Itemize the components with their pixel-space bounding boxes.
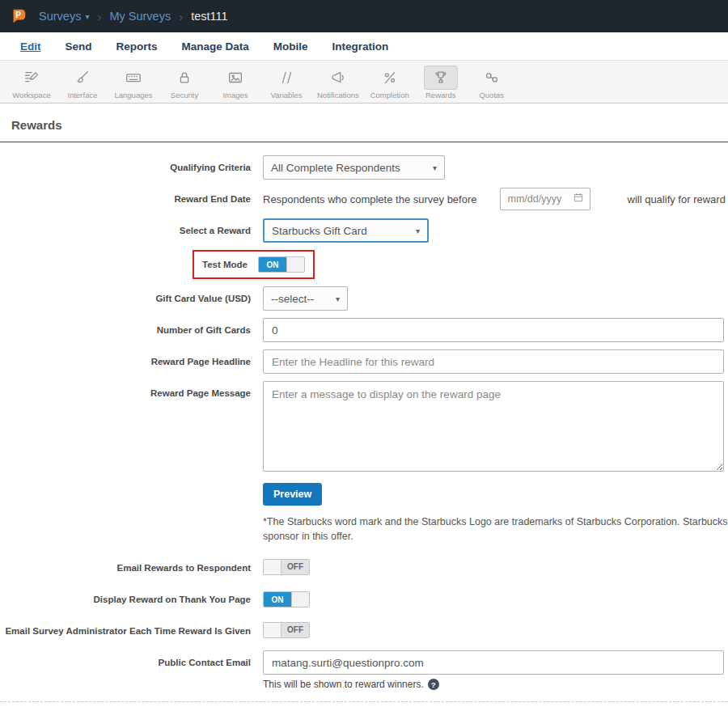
reward-end-date-label: Reward End Date (0, 194, 263, 204)
topbar: P Surveys ▾ › My Surveys › test111 (0, 0, 728, 32)
display-reward-label: Display Reward on Thank You Page (0, 595, 263, 604)
breadcrumb-separator-icon: › (97, 10, 101, 23)
tab-send[interactable]: Send (66, 40, 92, 53)
calendar-icon[interactable] (573, 192, 584, 206)
toggle-knob (286, 257, 304, 272)
breadcrumb-surveys-label: Surveys (39, 10, 81, 23)
interface-icon (66, 66, 99, 90)
gift-card-value-select[interactable]: --select-- ▾ (263, 286, 348, 311)
select-reward-label: Select a Reward (0, 226, 263, 235)
test-mode-label: Test Mode (202, 260, 248, 269)
email-admin-toggle[interactable]: OFF (263, 622, 310, 638)
chevron-down-icon: ▾ (433, 163, 437, 172)
reward-page-message-label: Reward Page Message (0, 381, 263, 398)
qualifying-criteria-value: All Complete Respondents (271, 162, 400, 174)
public-contact-email-input[interactable] (263, 650, 724, 675)
preview-button[interactable]: Preview (263, 483, 322, 506)
edit-toolbar: Workspace Interface Languages Security I… (0, 61, 728, 104)
gift-card-value-label: Gift Card Value (USD) (0, 294, 263, 303)
toolbar-item-notifications[interactable]: Notifications (317, 66, 359, 99)
toggle-off-label: OFF (281, 560, 309, 574)
email-rewards-toggle[interactable]: OFF (263, 559, 310, 575)
reward-page-headline-input[interactable] (263, 349, 724, 374)
contact-email-helper-text: This will be shown to reward winners. (263, 679, 424, 690)
toolbar-item-workspace[interactable]: Workspace (11, 66, 52, 99)
questionpro-logo-icon: P (10, 7, 28, 25)
reward-page-message-textarea[interactable] (263, 381, 724, 472)
breadcrumb-separator-icon: › (179, 10, 183, 23)
tab-mobile[interactable]: Mobile (273, 40, 308, 53)
reward-end-date-input[interactable] (506, 193, 566, 205)
security-lock-icon (167, 66, 201, 90)
test-mode-toggle[interactable]: ON (258, 256, 305, 273)
toggle-on-label: ON (259, 257, 286, 272)
display-reward-toggle[interactable]: ON (263, 591, 310, 608)
completion-percent-icon (373, 66, 407, 90)
questionpro-logo[interactable]: P (10, 7, 28, 25)
toolbar-item-variables[interactable]: Variables (266, 66, 307, 99)
reward-page-headline-label: Reward Page Headline (0, 357, 263, 366)
toggle-knob (264, 560, 281, 574)
tab-edit[interactable]: Edit (20, 40, 41, 53)
starbucks-disclaimer: *The Starbucks word mark and the Starbuc… (263, 515, 728, 544)
images-icon (218, 66, 252, 90)
email-rewards-label: Email Rewards to Respondent (0, 563, 263, 573)
toolbar-item-security[interactable]: Security (164, 66, 205, 99)
toolbar-item-rewards[interactable]: Rewards (421, 66, 461, 99)
empty-label (0, 514, 263, 521)
page-title: Rewards (11, 118, 728, 132)
quotas-links-icon (475, 66, 509, 90)
title-divider (0, 142, 728, 142)
gift-card-value-value: --select-- (271, 293, 314, 305)
survey-tabs: Edit Send Reports Manage Data Mobile Int… (0, 32, 728, 61)
breadcrumb-my-surveys[interactable]: My Surveys (109, 10, 171, 23)
toggle-knob (291, 592, 309, 607)
toggle-off-label: OFF (281, 623, 309, 637)
variables-icon (269, 66, 303, 90)
rewards-trophy-icon (424, 66, 458, 90)
reward-end-date-field[interactable] (500, 188, 590, 210)
email-admin-label: Email Survey Administrator Each Time Rew… (0, 626, 263, 636)
test-mode-annotation-box: Test Mode ON (193, 250, 315, 279)
svg-text:P: P (15, 11, 21, 19)
qualifying-criteria-label: Qualifying Criteria (0, 163, 263, 172)
select-reward-value: Starbucks Gift Card (272, 225, 367, 237)
public-contact-email-label: Public Contact Email (0, 650, 263, 667)
breadcrumb-surveys[interactable]: Surveys ▾ (39, 10, 89, 23)
select-reward-select[interactable]: Starbucks Gift Card ▾ (263, 218, 429, 243)
toggle-on-label: ON (264, 592, 291, 607)
languages-icon (116, 66, 150, 90)
number-of-gift-cards-input[interactable] (263, 318, 724, 342)
toggle-knob (264, 623, 281, 637)
number-of-gift-cards-label: Number of Gift Cards (0, 325, 263, 335)
toolbar-item-languages[interactable]: Languages (113, 66, 154, 99)
workspace-icon (15, 66, 49, 90)
reward-end-date-prefix: Respondents who complete the survey befo… (263, 193, 477, 205)
chevron-down-icon: ▾ (85, 12, 89, 21)
dashed-divider (0, 701, 728, 702)
toolbar-item-completion[interactable]: Completion (370, 66, 410, 99)
qualifying-criteria-select[interactable]: All Complete Respondents ▾ (263, 155, 445, 180)
notifications-megaphone-icon (321, 66, 355, 90)
toolbar-item-quotas[interactable]: Quotas (472, 66, 512, 99)
tab-integration[interactable]: Integration (332, 40, 389, 53)
tab-manage-data[interactable]: Manage Data (182, 40, 249, 53)
toolbar-item-images[interactable]: Images (215, 66, 256, 99)
breadcrumb-current-survey: test111 (191, 10, 227, 23)
tab-reports[interactable]: Reports (116, 40, 158, 53)
chevron-down-icon: ▾ (336, 294, 340, 303)
toolbar-item-interface[interactable]: Interface (62, 66, 103, 99)
help-icon[interactable]: ? (428, 679, 439, 690)
reward-end-date-suffix: will qualify for reward (628, 193, 726, 205)
chevron-down-icon: ▾ (416, 226, 420, 235)
rewards-page: Rewards Qualifying Criteria All Complete… (0, 118, 728, 707)
